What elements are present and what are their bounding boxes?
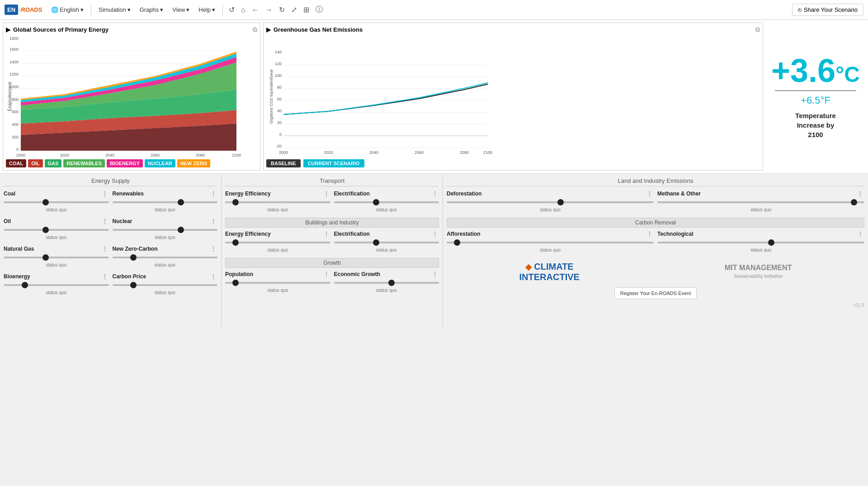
simulation-menu[interactable]: Simulation ▾	[95, 5, 134, 15]
transport-efficiency-status: status quo	[225, 207, 330, 212]
technological-slider[interactable]	[657, 238, 864, 247]
renewables-slider[interactable]	[113, 198, 218, 206]
language-label: English	[60, 6, 79, 13]
oil-menu-button[interactable]: ⋮	[101, 218, 109, 225]
expand-triangle-icon[interactable]: ▶	[6, 26, 10, 33]
oil-slider[interactable]	[4, 226, 109, 234]
share-button[interactable]: ⎋ Share Your Scenario	[792, 4, 863, 16]
buildings-efficiency-menu[interactable]: ⋮	[322, 230, 330, 238]
share-label: Share Your Scenario	[804, 6, 858, 13]
methane-menu[interactable]: ⋮	[856, 190, 864, 197]
transport-electrification-slider[interactable]	[334, 198, 439, 206]
methane-slider[interactable]	[657, 198, 864, 206]
population-menu[interactable]: ⋮	[322, 271, 330, 278]
bioenergy-status: status quo	[4, 290, 109, 295]
afforestation-slider[interactable]	[447, 238, 654, 247]
copy-ghg-button[interactable]: ⧉	[755, 26, 760, 33]
language-selector[interactable]: 🌐 English ▾	[47, 5, 87, 15]
forward-button[interactable]: →	[263, 5, 275, 15]
coal-legend[interactable]: COAL	[6, 159, 26, 167]
refresh-button[interactable]: ↻	[277, 5, 287, 15]
population-slider[interactable]	[225, 279, 330, 287]
naturalgas-slider[interactable]	[4, 253, 109, 262]
buildings-efficiency-label: Energy Efficiency	[225, 231, 271, 237]
newzero-slider[interactable]	[113, 253, 218, 262]
growth-controls-row: Population ⋮ status quo Economic Growth …	[225, 271, 439, 293]
logos-row: ◆ CLIMATE INTERACTIVE MIT MANAGEMENT Sus…	[447, 262, 864, 282]
new-zero-legend[interactable]: NEW ZERO	[177, 159, 210, 167]
globe-icon: 🌐	[51, 6, 58, 13]
economic-growth-menu[interactable]: ⋮	[431, 271, 439, 278]
bioenergy-menu-button[interactable]: ⋮	[101, 273, 109, 280]
ghg-title: Greenhouse Gas Net Emissions	[274, 26, 363, 33]
afforestation-menu[interactable]: ⋮	[646, 230, 654, 238]
methane-status: status quo	[657, 207, 864, 212]
transport-panel: Transport Energy Efficiency ⋮ status quo…	[222, 174, 443, 328]
controls-area: Energy Supply Coal ⋮ status quo Renewabl…	[0, 174, 868, 328]
chevron-down-icon: ▾	[186, 6, 189, 13]
afforestation-label: Afforestation	[447, 231, 481, 237]
info-button[interactable]: ⓘ	[313, 4, 325, 15]
nuclear-legend[interactable]: NUCLEAR	[145, 159, 175, 167]
oil-nuclear-row: Oil ⋮ status quo Nuclear ⋮	[4, 218, 217, 240]
svg-text:1800: 1800	[9, 36, 19, 41]
baseline-tag[interactable]: BASELINE	[266, 159, 301, 167]
copy-chart-button[interactable]: ⧉	[253, 26, 257, 33]
help-menu[interactable]: Help ▾	[195, 5, 219, 15]
oil-slider-group: Oil ⋮ status quo	[4, 218, 109, 240]
chevron-icon: ▾	[80, 6, 84, 13]
transport-efficiency-slider[interactable]	[225, 198, 330, 206]
afforestation-slider-group: Afforestation ⋮ status quo	[447, 230, 654, 253]
svg-text:0: 0	[16, 147, 19, 152]
naturalgas-menu-button[interactable]: ⋮	[101, 245, 109, 253]
bioenergy-legend[interactable]: BIOENERGY	[107, 159, 143, 167]
renewables-legend[interactable]: RENEWABLES	[63, 159, 105, 167]
deforestation-menu[interactable]: ⋮	[646, 190, 654, 197]
expand-triangle-icon2[interactable]: ▶	[266, 26, 271, 33]
coal-menu-button[interactable]: ⋮	[101, 190, 109, 197]
oil-legend[interactable]: OIL	[28, 159, 42, 167]
ghg-title-bar: ▶ Greenhouse Gas Net Emissions ⧉	[266, 26, 760, 33]
newzero-label: New Zero-Carbon	[113, 246, 158, 252]
economic-growth-slider[interactable]	[334, 279, 439, 287]
naturalgas-status: status quo	[4, 262, 109, 267]
carbonprice-slider[interactable]	[113, 281, 218, 289]
renewables-slider-group: Renewables ⋮ status quo	[113, 190, 218, 212]
gas-legend[interactable]: GAS	[45, 159, 62, 167]
carbonprice-menu-button[interactable]: ⋮	[209, 273, 217, 280]
home-button[interactable]: ⌂	[239, 5, 248, 15]
transport-efficiency-menu[interactable]: ⋮	[322, 190, 330, 197]
view-menu[interactable]: View ▾	[169, 5, 193, 15]
temperature-celsius: +3.6°C	[771, 54, 860, 87]
buildings-efficiency-slider[interactable]	[225, 238, 330, 247]
svg-text:600: 600	[12, 110, 19, 114]
svg-text:2040: 2040	[369, 150, 378, 155]
graphs-menu[interactable]: Graphs ▾	[136, 5, 167, 15]
current-scenario-tag[interactable]: CURRENT SCENARIO	[303, 159, 364, 167]
transport-efficiency-slider-group: Energy Efficiency ⋮ status quo	[225, 190, 330, 212]
register-button[interactable]: Register Your En-ROADS Event	[614, 287, 697, 299]
primary-energy-svg: Exajoules/year 0 200 400 600 800 1000 12…	[6, 35, 241, 157]
buildings-electrification-menu[interactable]: ⋮	[431, 230, 439, 238]
back-button[interactable]: ←	[250, 5, 261, 15]
transport-electrification-menu[interactable]: ⋮	[431, 190, 439, 197]
nuclear-menu-button[interactable]: ⋮	[209, 218, 217, 225]
grid-button[interactable]: ⊞	[301, 5, 311, 15]
svg-text:2080: 2080	[460, 150, 469, 155]
chevron-down-icon: ▾	[212, 6, 215, 13]
bioenergy-slider[interactable]	[4, 281, 109, 289]
svg-text:1000: 1000	[9, 85, 19, 89]
nuclear-slider[interactable]	[113, 226, 218, 234]
app-logo: EN -ROADS	[5, 5, 42, 15]
deforestation-slider[interactable]	[447, 198, 654, 206]
coal-slider[interactable]	[4, 198, 109, 206]
svg-text:2060: 2060	[415, 150, 424, 155]
buildings-electrification-slider[interactable]	[334, 238, 439, 247]
nuclear-slider-group: Nuclear ⋮ status quo	[113, 218, 218, 240]
resize-button[interactable]: ⤢	[289, 5, 299, 15]
newzero-menu-button[interactable]: ⋮	[209, 245, 217, 253]
renewables-menu-button[interactable]: ⋮	[209, 190, 217, 197]
undo-button[interactable]: ↺	[226, 5, 237, 15]
afforestation-status: status quo	[447, 248, 654, 253]
technological-menu[interactable]: ⋮	[856, 230, 864, 238]
